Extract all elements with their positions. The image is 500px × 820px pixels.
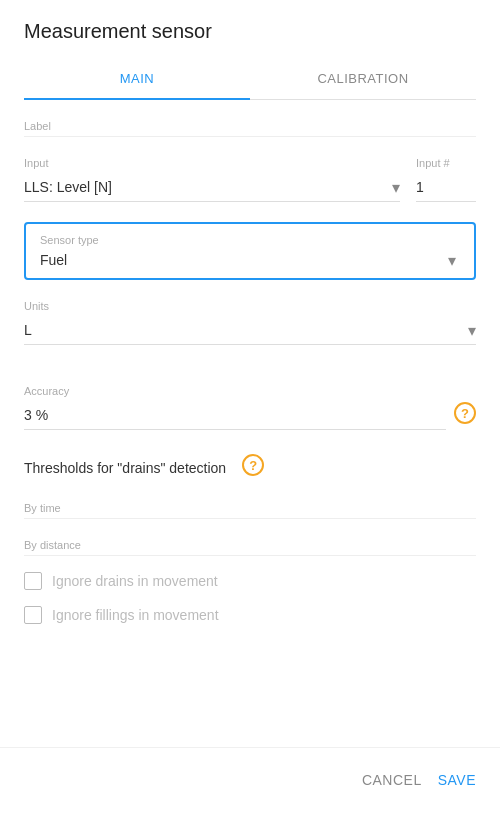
panel-header: Measurement sensor MAIN CALIBRATION (0, 0, 500, 100)
panel-footer: CANCEL SAVE (0, 747, 500, 820)
ignore-fillings-group: Ignore fillings in movement (24, 606, 476, 624)
threshold-help-icon[interactable]: ? (242, 454, 264, 476)
cancel-button[interactable]: CANCEL (362, 764, 422, 796)
sensor-type-select-wrapper: Fuel ▾ (40, 252, 460, 268)
tabs-bar: MAIN CALIBRATION (24, 59, 476, 100)
accuracy-help-icon[interactable]: ? (454, 402, 476, 424)
units-value[interactable]: L (24, 316, 476, 345)
accuracy-field-group: Accuracy 3 % ? (24, 365, 476, 430)
by-time-field-group: By time (24, 502, 476, 519)
tab-main[interactable]: MAIN (24, 59, 250, 100)
accuracy-label: Accuracy (24, 385, 446, 397)
tab-calibration[interactable]: CALIBRATION (250, 59, 476, 100)
input-field-group: Input LLS: Level [N] ▾ (24, 157, 400, 202)
sensor-type-value[interactable]: Fuel (40, 252, 460, 268)
units-field-group: Units L ▾ (24, 300, 476, 345)
input-number-label: Input # (416, 157, 476, 169)
accuracy-inner: Accuracy 3 % (24, 385, 446, 430)
ignore-fillings-label: Ignore fillings in movement (52, 607, 219, 623)
label-field-group: Label (24, 120, 476, 137)
ignore-fillings-checkbox[interactable] (24, 606, 42, 624)
label-field-label: Label (24, 120, 476, 132)
sensor-type-label: Sensor type (40, 234, 460, 246)
by-distance-field-group: By distance (24, 539, 476, 556)
accuracy-value: 3 % (24, 401, 446, 430)
ignore-drains-label: Ignore drains in movement (52, 573, 218, 589)
ignore-drains-checkbox[interactable] (24, 572, 42, 590)
input-number-value: 1 (416, 173, 476, 202)
input-label: Input (24, 157, 400, 169)
by-distance-label: By distance (24, 539, 476, 551)
threshold-label: Thresholds for "drains" detection (24, 460, 226, 476)
measurement-sensor-panel: Measurement sensor MAIN CALIBRATION Labe… (0, 0, 500, 820)
panel-body: Label Input LLS: Level [N] ▾ Input # 1 S… (0, 100, 500, 747)
panel-title: Measurement sensor (24, 20, 476, 43)
ignore-drains-group: Ignore drains in movement (24, 572, 476, 590)
input-select-wrapper: LLS: Level [N] ▾ (24, 173, 400, 202)
by-time-label: By time (24, 502, 476, 514)
units-label: Units (24, 300, 476, 312)
input-number-field-group: Input # 1 (416, 157, 476, 202)
input-select-value[interactable]: LLS: Level [N] (24, 173, 400, 202)
units-select-wrapper: L ▾ (24, 316, 476, 345)
input-row: Input LLS: Level [N] ▾ Input # 1 (24, 157, 476, 202)
save-button[interactable]: SAVE (438, 764, 476, 796)
threshold-header: Thresholds for "drains" detection ? (24, 454, 476, 482)
sensor-type-box[interactable]: Sensor type Fuel ▾ (24, 222, 476, 280)
